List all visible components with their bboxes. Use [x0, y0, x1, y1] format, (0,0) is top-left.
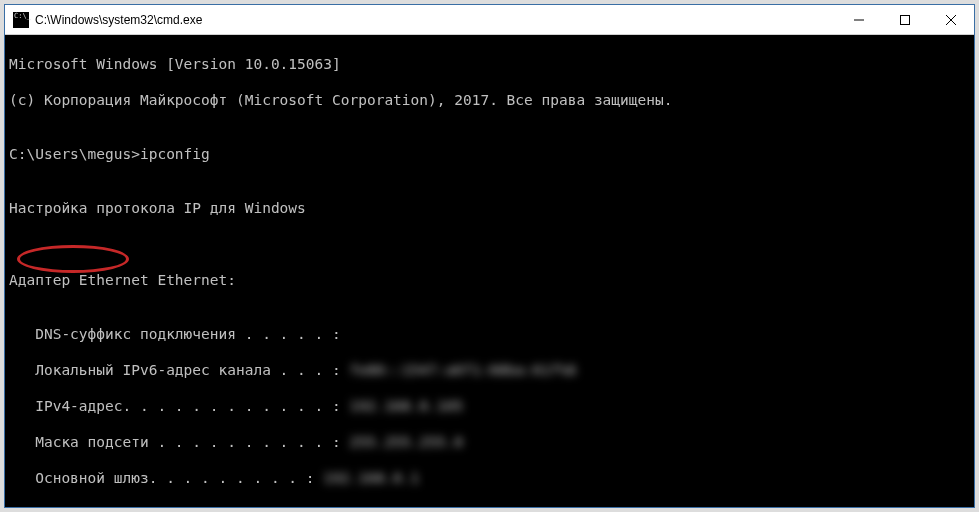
adapter-header: Адаптер Ethernet Ethernet: — [9, 271, 970, 289]
ipv6-line: Локальный IPv6-адрес канала . . . : fe80… — [9, 361, 970, 379]
minimize-button[interactable] — [836, 5, 882, 35]
copyright-line: (c) Корпорация Майкрософт (Microsoft Cor… — [9, 91, 970, 109]
close-button[interactable] — [928, 5, 974, 35]
ipv6-value: fe80::1547:a6f1:68ba:61f%6 — [349, 361, 576, 379]
red-circle-annotation — [17, 245, 129, 273]
maximize-button[interactable] — [882, 5, 928, 35]
subnet-mask-line: Маска подсети . . . . . . . . . . : 255.… — [9, 433, 970, 451]
prompt-line: C:\Users\megus>ipconfig — [9, 145, 970, 163]
mask-value: 255.255.255.0 — [349, 433, 463, 451]
cmd-icon — [13, 12, 29, 28]
close-icon — [946, 15, 956, 25]
terminal-output[interactable]: Microsoft Windows [Version 10.0.15063] (… — [5, 35, 974, 507]
ipconfig-title: Настройка протокола IP для Windows — [9, 199, 970, 217]
cmd-window: C:\Windows\system32\cmd.exe Microsoft Wi… — [4, 4, 975, 508]
dns-suffix-line: DNS-суффикс подключения . . . . . : — [9, 325, 970, 343]
minimize-icon — [854, 15, 864, 25]
gateway-line: Основной шлюз. . . . . . . . . : 192.168… — [9, 469, 970, 487]
titlebar[interactable]: C:\Windows\system32\cmd.exe — [5, 5, 974, 35]
maximize-icon — [900, 15, 910, 25]
gateway-value: 192.168.0.1 — [323, 469, 419, 487]
version-line: Microsoft Windows [Version 10.0.15063] — [9, 55, 970, 73]
ipv4-line: IPv4-адрес. . . . . . . . . . . . : 192.… — [9, 397, 970, 415]
svg-rect-1 — [901, 15, 910, 24]
ipv4-value: 192.168.0.105 — [349, 397, 463, 415]
window-title: C:\Windows\system32\cmd.exe — [35, 13, 202, 27]
